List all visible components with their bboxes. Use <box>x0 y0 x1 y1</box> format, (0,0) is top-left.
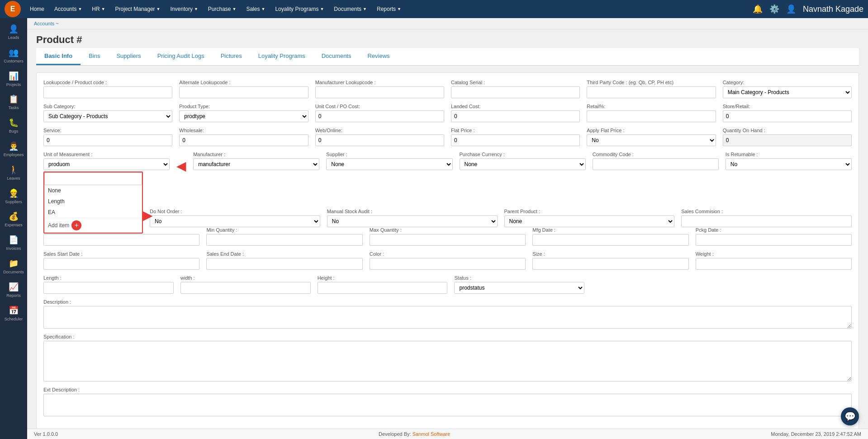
sidebar-item-scheduler[interactable]: 📅 Scheduler <box>0 302 27 325</box>
uom-option-ea[interactable]: EA <box>44 207 142 218</box>
nav-purchase[interactable]: Purchase ▼ <box>204 3 241 15</box>
category-select[interactable]: Main Category - Products <box>723 86 852 98</box>
nav-inventory[interactable]: Inventory ▼ <box>166 3 203 15</box>
do-not-order-label: Do Not Order : <box>150 209 320 214</box>
sidebar-item-leaves[interactable]: 🚶 Leaves <box>0 161 27 185</box>
left-arrow-icon: ◀ <box>176 160 186 172</box>
sidebar-customers-label: Customers <box>4 59 24 64</box>
notification-icon[interactable]: 🔔 <box>753 4 763 14</box>
nav-project-manager[interactable]: Project Manager ▼ <box>111 3 165 15</box>
service-input[interactable] <box>43 134 172 146</box>
breadcrumb-link[interactable]: Accounts ~ <box>34 21 59 26</box>
ext-description-textarea[interactable] <box>43 394 852 416</box>
manual-stock-audit-select[interactable]: No Yes <box>327 215 498 227</box>
field-retail-pct: Retail%: <box>587 104 716 122</box>
field-manual-stock-audit: Manual Stock Audit : No Yes <box>327 209 498 227</box>
tab-suppliers[interactable]: Suppliers <box>108 48 149 65</box>
wholesale-input[interactable] <box>179 134 308 146</box>
qty-on-hand-input[interactable] <box>723 134 852 146</box>
nav-sales[interactable]: Sales ▼ <box>242 3 270 15</box>
uom-option-length[interactable]: Length <box>44 196 142 207</box>
specification-textarea[interactable] <box>43 341 852 382</box>
uom-select[interactable]: produom <box>43 158 170 170</box>
parent-product-label: Parent Product : <box>504 209 675 214</box>
unit-cost-input[interactable] <box>315 110 444 122</box>
chat-bubble[interactable]: 💬 <box>841 407 859 425</box>
tab-pictures[interactable]: Pictures <box>213 48 250 65</box>
apply-flat-price-select[interactable]: No Yes <box>587 134 716 146</box>
max-qty-input[interactable] <box>370 234 526 246</box>
field-is-returnable: Is Returnable : No Yes <box>726 152 852 170</box>
alt-lookupcode-input[interactable] <box>179 86 308 98</box>
settings-icon[interactable]: ⚙️ <box>769 4 779 14</box>
reorder-qty-input[interactable] <box>43 234 199 246</box>
sidebar-item-employees[interactable]: 👨‍💼 Employees <box>0 138 27 161</box>
nav-accounts[interactable]: Accounts ▼ <box>50 3 86 15</box>
field-sales-commission: Sales Commision : <box>681 209 852 227</box>
catalog-serial-input[interactable] <box>451 86 580 98</box>
form-row-7: Sales Start Date : Sales End Date : Colo… <box>43 251 852 270</box>
landed-cost-input[interactable] <box>451 110 580 122</box>
sidebar-item-reports[interactable]: 📈 Reports <box>0 278 27 302</box>
sidebar-leaves-label: Leaves <box>7 176 20 181</box>
manufacturer-select[interactable]: manufacturer <box>193 158 319 170</box>
sidebar-item-tasks[interactable]: 📋 Tasks <box>0 91 27 114</box>
commodity-code-input[interactable] <box>593 158 719 170</box>
nav-hr[interactable]: HR ▼ <box>87 3 109 15</box>
tab-loyality-programs[interactable]: Loyality Programs <box>250 48 313 65</box>
sidebar-item-expenses[interactable]: 💰 Expenses <box>0 208 27 231</box>
nav-reports[interactable]: Reports ▼ <box>372 3 406 15</box>
width-input[interactable] <box>180 282 311 294</box>
store-retail-input[interactable] <box>723 110 852 122</box>
tab-bins[interactable]: Bins <box>81 48 108 65</box>
tab-documents[interactable]: Documents <box>313 48 360 65</box>
sidebar-item-documents[interactable]: 📁 Documents <box>0 255 27 278</box>
field-manufacturer: Manufacturer : manufacturer <box>193 152 319 170</box>
product-type-select[interactable]: prodtype <box>179 110 308 122</box>
uom-option-none[interactable]: None <box>44 185 142 196</box>
sales-end-date-input[interactable] <box>206 258 362 270</box>
sidebar-item-customers[interactable]: 👥 Customers <box>0 44 27 67</box>
mfg-date-input[interactable] <box>532 234 688 246</box>
size-input[interactable] <box>532 258 688 270</box>
tab-pricing-audit-logs[interactable]: Pricing Audit Logs <box>149 48 213 65</box>
retail-pct-input[interactable] <box>587 110 716 122</box>
color-input[interactable] <box>370 258 526 270</box>
purchase-currency-select[interactable]: None <box>460 158 586 170</box>
sidebar-item-projects[interactable]: 📊 Projects <box>0 67 27 91</box>
sidebar-item-bugs[interactable]: 🐛 Bugs <box>0 114 27 138</box>
flat-price-input[interactable] <box>451 134 580 146</box>
is-returnable-select[interactable]: No Yes <box>726 158 852 170</box>
sidebar-item-leads[interactable]: 👤 Leads <box>0 20 27 44</box>
description-textarea[interactable] <box>43 306 852 329</box>
sub-category-select[interactable]: Sub Category - Products <box>43 110 172 122</box>
lookupcode-input[interactable] <box>43 86 172 98</box>
uom-search-input[interactable] <box>44 172 142 185</box>
tab-basic-info[interactable]: Basic Info <box>36 48 81 65</box>
width-label: width : <box>180 275 311 281</box>
tab-reviews[interactable]: Reviews <box>359 48 398 65</box>
sidebar-item-suppliers[interactable]: 👷 Suppliers <box>0 185 27 208</box>
sales-commission-input[interactable] <box>681 215 852 227</box>
third-party-input[interactable] <box>587 86 716 98</box>
min-qty-input[interactable] <box>206 234 362 246</box>
do-not-order-select[interactable]: No Yes <box>150 215 320 227</box>
parent-product-select[interactable]: None <box>504 215 675 227</box>
weight-input[interactable] <box>696 258 852 270</box>
status-select[interactable]: prodstatus <box>454 282 584 294</box>
nav-documents[interactable]: Documents ▼ <box>329 3 371 15</box>
color-label: Color : <box>370 251 526 257</box>
web-online-input[interactable] <box>315 134 444 146</box>
length-input[interactable] <box>43 282 174 294</box>
nav-home[interactable]: Home <box>25 3 49 15</box>
supplier-select[interactable]: None <box>326 158 452 170</box>
nav-loyality[interactable]: Loyality Programs ▼ <box>270 3 328 15</box>
mfr-lookupcode-input[interactable] <box>315 86 444 98</box>
is-returnable-label: Is Returnable : <box>726 152 852 157</box>
add-item-button[interactable]: + <box>71 220 81 230</box>
sales-start-date-input[interactable] <box>43 258 199 270</box>
leads-icon: 👤 <box>9 24 19 34</box>
sidebar-item-invoices[interactable]: 📄 Invoices <box>0 231 27 255</box>
height-input[interactable] <box>318 282 448 294</box>
pckg-date-input[interactable] <box>696 234 852 246</box>
